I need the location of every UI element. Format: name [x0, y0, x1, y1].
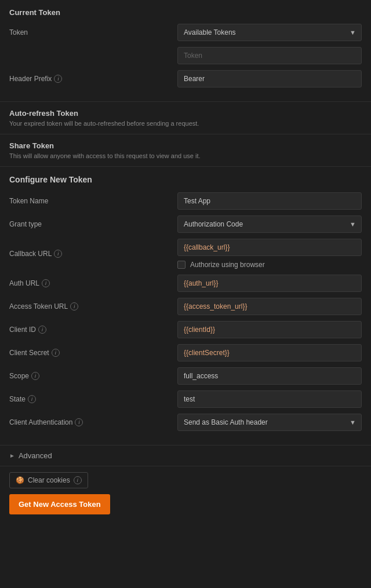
scope-input[interactable] [177, 367, 362, 385]
client-auth-info-icon[interactable]: i [75, 418, 83, 426]
client-secret-row: Client Secret i [9, 344, 362, 361]
configure-section: Configure New Token Token Name Grant typ… [0, 167, 371, 445]
token-input-row [9, 47, 362, 64]
authorize-browser-row: Authorize using browser [177, 261, 362, 269]
clear-cookies-info-icon[interactable]: i [74, 476, 82, 484]
client-secret-input[interactable] [177, 344, 362, 361]
client-auth-row: Client Authentication i Send as Basic Au… [9, 414, 362, 431]
scope-row: Scope i [9, 367, 362, 385]
current-token-section: Current Token Token Available Tokens ▼ H… [0, 0, 371, 102]
client-auth-dropdown[interactable]: Send as Basic Auth header Send client cr… [177, 414, 362, 431]
state-info-icon[interactable]: i [28, 395, 36, 403]
token-input[interactable] [177, 47, 362, 64]
auto-refresh-description: Your expired token will be auto-refreshe… [9, 120, 362, 127]
scope-wrap [177, 367, 362, 385]
auth-url-info-icon[interactable]: i [42, 279, 50, 287]
scope-info-icon[interactable]: i [31, 372, 39, 380]
authorize-browser-checkbox[interactable] [177, 261, 186, 269]
callback-url-info-icon[interactable]: i [54, 250, 62, 258]
header-prefix-label: Header Prefix i [9, 75, 177, 83]
header-prefix-wrap [177, 70, 362, 87]
callback-url-row: Callback URL i Authorize using browser [9, 239, 362, 269]
clear-cookies-label: Clear cookies [28, 476, 70, 484]
token-row: Token Available Tokens ▼ [9, 24, 362, 41]
grant-type-dropdown[interactable]: Authorization Code Implicit Password Cre… [177, 216, 362, 233]
share-token-section: Share Token This will allow anyone with … [0, 134, 371, 167]
callback-url-wrap: Authorize using browser [177, 239, 362, 269]
client-secret-wrap [177, 344, 362, 361]
state-input[interactable] [177, 390, 362, 408]
state-label: State i [9, 395, 177, 403]
advanced-section[interactable]: ► Advanced [0, 445, 371, 466]
auth-url-label: Auth URL i [9, 279, 177, 287]
access-token-url-row: Access Token URL i [9, 298, 362, 315]
advanced-chevron-icon: ► [9, 452, 15, 459]
client-auth-select[interactable]: Send as Basic Auth header Send client cr… [177, 414, 362, 431]
cookie-icon: 🍪 [16, 476, 24, 484]
client-id-info-icon[interactable]: i [38, 326, 46, 334]
token-name-label: Token Name [9, 197, 177, 205]
bottom-actions: 🍪 Clear cookies i Get New Access Token [0, 466, 371, 520]
header-prefix-input[interactable] [177, 70, 362, 87]
state-wrap [177, 390, 362, 408]
advanced-label: Advanced [19, 451, 52, 460]
client-id-label: Client ID i [9, 326, 177, 334]
state-row: State i [9, 390, 362, 408]
access-token-url-input[interactable] [177, 298, 362, 315]
access-token-url-info-icon[interactable]: i [70, 302, 78, 311]
available-tokens-dropdown[interactable]: Available Tokens ▼ [177, 24, 362, 41]
auth-url-input[interactable] [177, 275, 362, 292]
token-name-wrap [177, 192, 362, 210]
auto-refresh-title: Auto-refresh Token [9, 109, 362, 118]
token-select[interactable]: Available Tokens [177, 24, 362, 41]
token-label: Token [9, 28, 177, 36]
scope-label: Scope i [9, 372, 177, 380]
header-prefix-info-icon[interactable]: i [54, 75, 62, 83]
client-id-wrap [177, 321, 362, 338]
grant-type-select[interactable]: Authorization Code Implicit Password Cre… [177, 216, 362, 233]
grant-type-row: Grant type Authorization Code Implicit P… [9, 216, 362, 233]
share-token-description: This will allow anyone with access to th… [9, 152, 362, 159]
callback-url-input[interactable] [177, 239, 362, 256]
auth-url-wrap [177, 275, 362, 292]
grant-type-label: Grant type [9, 220, 177, 228]
get-token-label: Get New Access Token [19, 500, 101, 509]
client-secret-info-icon[interactable]: i [52, 349, 60, 357]
token-select-wrap: Available Tokens ▼ [177, 24, 362, 41]
access-token-url-wrap [177, 298, 362, 315]
token-name-row: Token Name [9, 192, 362, 210]
clear-cookies-button[interactable]: 🍪 Clear cookies i [9, 472, 88, 488]
configure-title: Configure New Token [9, 175, 362, 184]
grant-type-wrap: Authorization Code Implicit Password Cre… [177, 216, 362, 233]
authorize-browser-label: Authorize using browser [190, 261, 265, 269]
access-token-url-label: Access Token URL i [9, 302, 177, 311]
current-token-title: Current Token [9, 8, 362, 17]
clear-cookies-wrap: 🍪 Clear cookies i [9, 472, 362, 488]
client-auth-wrap: Send as Basic Auth header Send client cr… [177, 414, 362, 431]
get-new-access-token-button[interactable]: Get New Access Token [9, 494, 110, 514]
client-secret-label: Client Secret i [9, 349, 177, 357]
share-token-title: Share Token [9, 141, 362, 150]
auth-url-row: Auth URL i [9, 275, 362, 292]
auto-refresh-section: Auto-refresh Token Your expired token wi… [0, 102, 371, 134]
client-id-input[interactable] [177, 321, 362, 338]
client-auth-label: Client Authentication i [9, 418, 177, 426]
client-id-row: Client ID i [9, 321, 362, 338]
callback-url-label: Callback URL i [9, 250, 177, 258]
token-input-wrap [177, 47, 362, 64]
token-name-input[interactable] [177, 192, 362, 210]
header-prefix-row: Header Prefix i [9, 70, 362, 87]
